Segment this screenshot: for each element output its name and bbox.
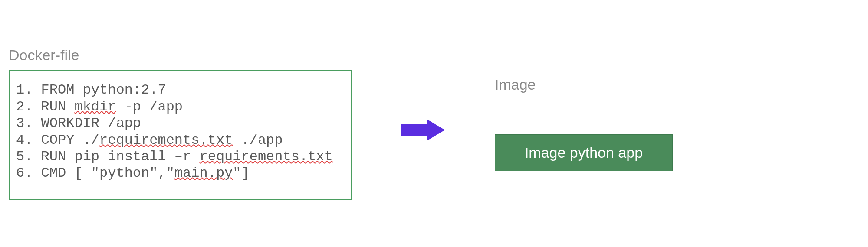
spellcheck-word: requirements.txt: [99, 132, 233, 149]
diagram-container: Docker-file 1. FROM python:2.7 2. RUN mk…: [9, 13, 859, 234]
line-number: 6.: [16, 165, 33, 182]
code-line-2: 2. RUN mkdir -p /app: [16, 99, 344, 115]
spellcheck-word: main.py: [174, 165, 233, 182]
line-number: 1.: [16, 82, 33, 98]
code-text: -p /app: [116, 99, 183, 115]
code-text: FROM python:2.7: [33, 82, 166, 98]
code-line-4: 4. COPY ./requirements.txt ./app: [16, 132, 344, 149]
spellcheck-word: mkdir: [74, 99, 116, 115]
code-text: WORKDIR /app: [33, 115, 141, 132]
code-text: COPY ./: [33, 132, 99, 149]
code-text: ./app: [233, 132, 283, 149]
code-line-3: 3. WORKDIR /app: [16, 115, 344, 132]
code-text: CMD [ "python",": [33, 165, 174, 182]
image-result-box: Image python app: [495, 134, 673, 171]
line-number: 3.: [16, 115, 33, 132]
code-line-5: 5. RUN pip install –r requirements.txt: [16, 149, 344, 165]
code-text: RUN: [33, 99, 74, 115]
code-text: "]: [233, 165, 249, 182]
line-number: 2.: [16, 99, 33, 115]
arrow-section: [352, 107, 495, 140]
spellcheck-word: requirements.txt: [199, 149, 332, 165]
image-title: Image: [495, 76, 859, 93]
dockerfile-code-box: 1. FROM python:2.7 2. RUN mkdir -p /app …: [9, 70, 352, 200]
line-number: 4.: [16, 132, 33, 149]
line-number: 5.: [16, 149, 33, 165]
dockerfile-section: Docker-file 1. FROM python:2.7 2. RUN mk…: [9, 47, 352, 200]
image-section: Image Image python app: [495, 76, 859, 171]
dockerfile-title: Docker-file: [9, 47, 352, 64]
code-text: RUN pip install –r: [33, 149, 199, 165]
code-line-1: 1. FROM python:2.7: [16, 82, 344, 98]
arrow-right-icon: [401, 120, 445, 140]
code-line-6: 6. CMD [ "python","main.py"]: [16, 165, 344, 182]
